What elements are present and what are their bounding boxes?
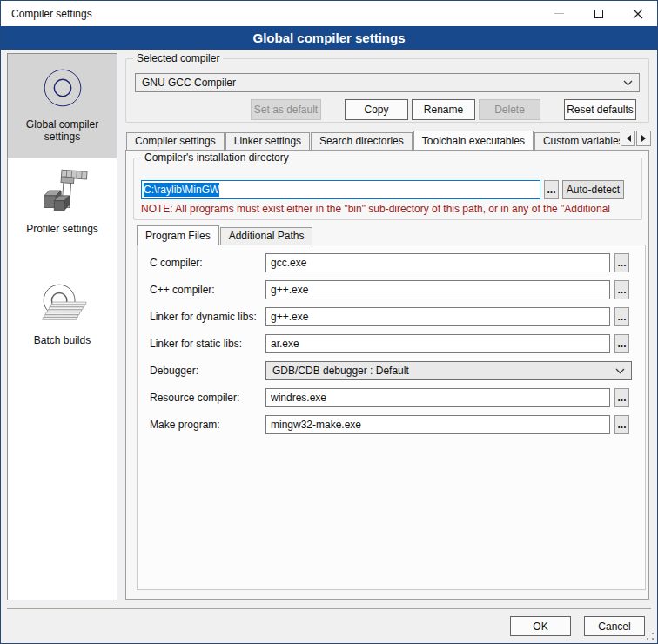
install-dir-selected-text: C:\raylib\MinGW	[144, 183, 219, 197]
resource-compiler-browse-button[interactable]: ...	[614, 388, 629, 407]
dialog-content: Global compiler settings Profiler settin…	[1, 50, 657, 643]
batch-builds-gear-icon	[36, 277, 90, 331]
reset-defaults-button[interactable]: Reset defaults	[564, 99, 636, 120]
subtab-additional-paths[interactable]: Additional Paths	[220, 227, 313, 245]
maximize-button[interactable]	[579, 1, 618, 26]
compiler-select[interactable]: GNU GCC Compiler	[135, 73, 640, 92]
delete-button: Delete	[479, 99, 540, 120]
toolchain-subtabs: Program FilesAdditional Paths	[137, 225, 313, 245]
sidebar-item-label: Global compiler settings	[8, 117, 117, 148]
field-label: Linker for static libs:	[150, 334, 242, 353]
titlebar: Compiler settings	[1, 1, 657, 26]
toolchain-executables-page: Compiler's installation directory C:\ray…	[125, 150, 649, 600]
chevron-down-icon	[623, 80, 633, 86]
sidebar-item-label: Batch builds	[8, 332, 117, 352]
field-label: C++ compiler:	[150, 280, 215, 299]
cancel-button[interactable]: Cancel	[584, 616, 645, 636]
debugger-select[interactable]: GDB/CDB debugger : Default	[265, 361, 632, 380]
tab-scroll-buttons	[620, 131, 651, 146]
copy-button[interactable]: Copy	[345, 99, 408, 120]
profiler-caliper-icon	[36, 165, 90, 219]
install-dir-note: NOTE: All programs must exist either in …	[141, 203, 639, 215]
selected-compiler-group-label: Selected compiler	[133, 52, 223, 64]
sidebar-item-label: Profiler settings	[8, 221, 117, 240]
sidebar-item-profiler-settings[interactable]: Profiler settings	[8, 158, 117, 270]
resize-grip[interactable]	[646, 632, 655, 641]
global-compiler-gear-icon	[36, 61, 90, 115]
field-select-value: GDB/CDB debugger : Default	[272, 365, 615, 377]
tab-linker-settings[interactable]: Linker settings	[225, 132, 310, 150]
window-controls	[540, 1, 657, 26]
ok-button[interactable]: OK	[510, 616, 571, 636]
c-compiler-browse-button[interactable]: ...	[614, 253, 629, 272]
chevron-down-icon	[615, 368, 625, 374]
static-linker-browse-button[interactable]: ...	[614, 334, 629, 353]
autodetect-button[interactable]: Auto-detect	[562, 180, 624, 199]
dynamic-linker-input[interactable]	[265, 307, 610, 326]
sidebar-item-global-compiler-settings[interactable]: Global compiler settings	[8, 54, 117, 158]
field-row: C++ compiler:...	[138, 280, 647, 299]
field-row: Make program:...	[138, 415, 647, 434]
cpp-compiler-input[interactable]	[265, 280, 610, 299]
set-as-default-button: Set as default	[251, 99, 321, 120]
resource-compiler-input[interactable]	[265, 388, 610, 407]
install-dir-group-label: Compiler's installation directory	[141, 151, 292, 164]
dialog-header: Global compiler settings	[1, 26, 657, 50]
tab-compiler-settings[interactable]: Compiler settings	[126, 132, 225, 150]
static-linker-input[interactable]	[265, 334, 610, 353]
install-dir-input[interactable]: C:\raylib\MinGW	[141, 180, 540, 199]
tab-scroll-right-button[interactable]	[636, 131, 651, 146]
make-program-input[interactable]	[265, 415, 610, 434]
field-row: C compiler:...	[138, 253, 647, 272]
close-button[interactable]	[618, 1, 657, 26]
dynamic-linker-browse-button[interactable]: ...	[614, 307, 629, 326]
category-list: Global compiler settings Profiler settin…	[7, 53, 118, 600]
arrow-right-icon	[641, 135, 649, 142]
install-dir-browse-button[interactable]: ...	[544, 180, 559, 199]
field-row: Resource compiler:...	[138, 388, 647, 407]
install-dir-group: Compiler's installation directory C:\ray…	[133, 158, 642, 220]
main-tabs: Compiler settingsLinker settingsSearch d…	[126, 130, 620, 150]
tab-scroll-left-button[interactable]	[621, 131, 635, 146]
program-files-page: C compiler:...C++ compiler:...Linker for…	[137, 245, 646, 590]
make-program-browse-button[interactable]: ...	[614, 415, 629, 434]
close-icon	[633, 9, 643, 19]
maximize-icon	[594, 10, 603, 18]
window-title: Compiler settings	[1, 8, 540, 20]
field-label: C compiler:	[150, 253, 203, 272]
field-label: Resource compiler:	[150, 388, 239, 407]
field-row: Linker for dynamic libs:...	[138, 307, 647, 326]
tab-search-directories[interactable]: Search directories	[311, 132, 413, 150]
cpp-compiler-browse-button[interactable]: ...	[614, 280, 629, 299]
rename-button[interactable]: Rename	[412, 99, 475, 120]
tab-custom-variables[interactable]: Custom variables	[534, 132, 620, 150]
field-label: Linker for dynamic libs:	[150, 307, 257, 326]
arrow-left-icon	[623, 135, 631, 142]
footer-divider	[7, 608, 651, 609]
tab-toolchain-executables[interactable]: Toolchain executables	[413, 131, 534, 150]
minimize-button[interactable]	[540, 1, 579, 26]
compiler-settings-window: Compiler settings Global compiler settin…	[0, 0, 658, 644]
field-label: Make program:	[150, 415, 220, 434]
minimize-icon	[554, 13, 564, 14]
field-row: Debugger:GDB/CDB debugger : Default	[138, 361, 647, 380]
compiler-select-value: GNU GCC Compiler	[142, 77, 623, 89]
subtab-program-files[interactable]: Program Files	[137, 225, 219, 245]
selected-compiler-group: Selected compiler GNU GCC Compiler Set a…	[125, 58, 649, 123]
field-label: Debugger:	[150, 361, 198, 380]
field-row: Linker for static libs:...	[138, 334, 647, 353]
c-compiler-input[interactable]	[265, 253, 610, 272]
sidebar-item-batch-builds[interactable]: Batch builds	[8, 270, 117, 378]
